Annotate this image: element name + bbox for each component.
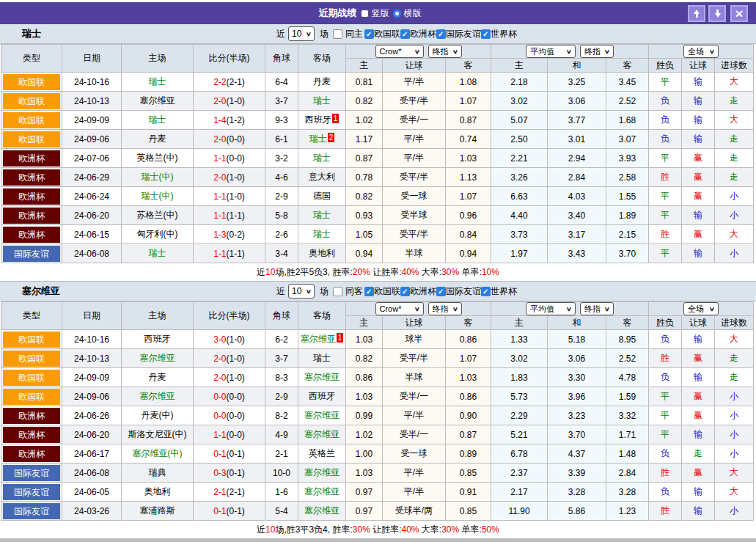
league-badge: 欧国联 [3, 351, 60, 367]
league-type-cell: 欧国联 [1, 111, 62, 130]
team-name[interactable]: 瑞士 [313, 353, 331, 363]
team-name[interactable]: 瑞士 [313, 153, 331, 163]
scope-select[interactable]: 全场∨ [683, 302, 719, 315]
team-name[interactable]: 瑞士(中) [142, 191, 174, 201]
fulltime-score[interactable]: 2-2 [213, 77, 226, 87]
team-name[interactable]: 塞尔维亚 [304, 429, 340, 439]
team-name[interactable]: 丹麦 [313, 76, 331, 87]
team-name[interactable]: 塞尔维亚 [140, 353, 175, 363]
team-name[interactable]: 意大利 [309, 172, 335, 182]
team-name[interactable]: 瑞士 [149, 248, 166, 258]
same-venue-checkbox[interactable] [333, 29, 342, 39]
fulltime-score[interactable]: 1-1 [213, 191, 226, 202]
team-name[interactable]: 塞尔维亚 [304, 486, 340, 497]
team-name[interactable]: 瑞典 [149, 467, 166, 477]
bookmaker-select[interactable]: Crow*∨ [375, 302, 424, 315]
avg-home-odds: 1.33 [491, 330, 548, 349]
move-up-button[interactable] [688, 5, 705, 22]
team-name[interactable]: 西班牙 [309, 391, 335, 401]
match-count-select[interactable]: 10∨ [288, 284, 315, 299]
fulltime-score[interactable]: 2-0 [213, 373, 226, 383]
final-odds-select[interactable]: 终指∨ [428, 302, 462, 315]
avg-odds-select[interactable]: 平均值∨ [526, 45, 576, 58]
team-name[interactable]: 塞尔维亚 [301, 334, 336, 344]
fulltime-score[interactable]: 0-1 [213, 506, 226, 516]
league-checkbox-2[interactable] [436, 287, 446, 296]
team-name[interactable]: 奥地利 [144, 486, 171, 497]
fulltime-score[interactable]: 0-0 [213, 411, 226, 421]
league-type-cell: 欧国联 [1, 330, 62, 349]
home-team: 瑞典 [122, 464, 194, 483]
team-name[interactable]: 塞浦路斯 [140, 505, 175, 516]
vertical-radio[interactable] [361, 10, 369, 18]
team-name[interactable]: 瑞士(中) [142, 172, 174, 182]
avg-away-odds: 1.48 [606, 444, 649, 464]
team-name[interactable]: 瑞士 [313, 210, 331, 220]
league-checkbox-0[interactable] [364, 29, 374, 39]
avg-draw-odds: 3.39 [548, 464, 606, 483]
team-name[interactable]: 塞尔维亚 [304, 410, 340, 420]
team-name[interactable]: 塞尔维亚 [304, 372, 340, 382]
avg-draw-odds: 3.06 [548, 92, 606, 111]
final-odds-select[interactable]: 终指∨ [428, 45, 462, 58]
league-checkbox-1[interactable] [400, 287, 410, 296]
match-count-select[interactable]: 10∨ [288, 26, 315, 41]
horizontal-radio-label[interactable]: 横版 [404, 7, 422, 20]
team-name[interactable]: 丹麦(中) [142, 410, 174, 420]
same-venue-checkbox[interactable] [333, 287, 342, 296]
team-name[interactable]: 奥地利 [309, 248, 335, 258]
team-name[interactable]: 西班牙 [305, 114, 331, 125]
team-name[interactable]: 瑞士 [149, 76, 166, 87]
team-name[interactable]: 瑞士 [309, 133, 327, 144]
final-odds-select-2[interactable]: 终指∨ [580, 45, 614, 58]
fulltime-score[interactable]: 2-0 [213, 354, 226, 364]
team-name[interactable]: 塞尔维亚 [140, 95, 175, 106]
fulltime-score[interactable]: 2-0 [213, 134, 226, 144]
team-name[interactable]: 塞尔维亚(中) [133, 448, 183, 458]
move-down-button[interactable] [708, 5, 726, 22]
fulltime-score[interactable]: 1-1 [213, 249, 226, 259]
league-checkbox-1[interactable] [400, 29, 410, 39]
match-row: 欧国联24-09-09瑞士1-4(1-2)9-3西班牙11.02受半/一0.87… [1, 111, 754, 130]
team-name[interactable]: 瑞士 [313, 95, 331, 106]
team-name[interactable]: 英格兰 [309, 448, 335, 458]
team-name[interactable]: 西班牙 [144, 334, 171, 344]
fulltime-score[interactable]: 1-1 [213, 153, 226, 164]
team-name[interactable]: 苏格兰(中) [137, 210, 178, 220]
vertical-radio-label[interactable]: 竖版 [372, 7, 389, 20]
team-name[interactable]: 瑞士 [149, 114, 166, 125]
avg-odds-select[interactable]: 平均值∨ [526, 302, 576, 315]
fulltime-score[interactable]: 0-1 [213, 449, 226, 459]
team-name[interactable]: 德国 [313, 191, 331, 201]
team-name[interactable]: 丹麦 [149, 133, 166, 144]
away-team: 丹麦 [298, 73, 346, 92]
away-team: 西班牙1 [298, 111, 346, 130]
team-name[interactable]: 塞尔维亚 [304, 505, 340, 516]
fulltime-score[interactable]: 3-0 [213, 334, 226, 345]
fulltime-score[interactable]: 1-4 [213, 115, 226, 125]
team-name[interactable]: 塞尔维亚 [304, 467, 340, 477]
league-checkbox-3[interactable] [481, 287, 491, 296]
close-button[interactable]: ✕ [730, 5, 748, 22]
team-name[interactable]: 瑞士 [313, 229, 331, 239]
final-odds-select-2[interactable]: 终指∨ [580, 302, 614, 315]
team-name[interactable]: 英格兰(中) [137, 153, 178, 163]
fulltime-score[interactable]: 2-0 [213, 172, 226, 183]
scope-select[interactable]: 全场∨ [683, 45, 719, 58]
league-checkbox-0[interactable] [364, 287, 374, 296]
fulltime-score[interactable]: 0-0 [213, 392, 226, 402]
fulltime-score[interactable]: 1-3 [213, 230, 226, 240]
fulltime-score[interactable]: 2-0 [213, 96, 226, 106]
team-name[interactable]: 塞尔维亚 [140, 391, 175, 401]
team-name[interactable]: 斯洛文尼亚(中) [128, 429, 187, 439]
team-name[interactable]: 匈牙利(中) [137, 229, 178, 239]
fulltime-score[interactable]: 2-1 [213, 487, 226, 497]
fulltime-score[interactable]: 1-1 [213, 430, 226, 440]
horizontal-radio[interactable] [393, 10, 401, 18]
team-name[interactable]: 丹麦 [149, 372, 166, 382]
league-checkbox-3[interactable] [481, 29, 491, 39]
bookmaker-select[interactable]: Crow*∨ [375, 45, 424, 58]
league-checkbox-2[interactable] [436, 29, 446, 39]
fulltime-score[interactable]: 0-3 [213, 468, 226, 478]
fulltime-score[interactable]: 1-1 [213, 210, 226, 221]
